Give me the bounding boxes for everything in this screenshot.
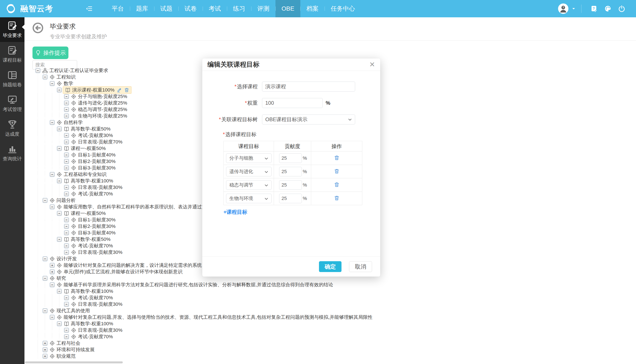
delete-icon[interactable]: [124, 88, 129, 92]
tree-node[interactable]: 考试-贡献度70%: [71, 191, 113, 197]
nav-item-7[interactable]: OBE: [275, 0, 300, 17]
contribution-input-2[interactable]: [279, 180, 302, 190]
collapse-toggle[interactable]: −: [64, 101, 69, 105]
tree-node[interactable]: 生物与环境-贡献度25%: [71, 113, 127, 119]
collapse-toggle[interactable]: −: [64, 185, 69, 190]
collapse-toggle[interactable]: −: [57, 146, 62, 150]
tree-node[interactable]: 稳态与调节-贡献度25%: [71, 106, 127, 113]
tree-node[interactable]: 能够基于科学原理并采用科学方法对复杂工程问题进行研究,包括设计实验、分析与解释数…: [57, 282, 333, 288]
course-input[interactable]: [262, 82, 355, 92]
tree-node[interactable]: 日常表现-贡献度30%: [71, 327, 122, 334]
goal-select-0[interactable]: 分子与细胞: [226, 154, 272, 163]
collapse-toggle[interactable]: −: [64, 166, 69, 170]
tree-node[interactable]: 工程知识: [49, 74, 76, 80]
expand-toggle[interactable]: +: [50, 263, 54, 268]
tree-node[interactable]: 设计/开发: [49, 256, 77, 262]
collapse-toggle[interactable]: −: [43, 257, 47, 261]
tree-node[interactable]: 数学: [57, 80, 73, 87]
tree-node[interactable]: 工程认证-工程认证毕业要求: [42, 67, 108, 74]
tree-node[interactable]: 现代工具的使用: [49, 308, 90, 314]
contribution-input-1[interactable]: [279, 167, 302, 176]
collapse-toggle[interactable]: −: [43, 75, 47, 79]
tree-node[interactable]: 工程基础和专业知识: [57, 171, 107, 178]
collapse-toggle[interactable]: −: [43, 308, 47, 313]
edit-icon[interactable]: [117, 88, 122, 92]
collapse-toggle[interactable]: −: [57, 127, 62, 131]
tree-node[interactable]: 目标2-贡献度30%: [71, 223, 116, 230]
collapse-toggle[interactable]: −: [36, 68, 40, 73]
tree-node[interactable]: 目标2-贡献度30%: [71, 158, 116, 165]
collapse-toggle[interactable]: −: [64, 133, 69, 138]
collapse-toggle[interactable]: −: [57, 289, 62, 294]
collapse-toggle[interactable]: −: [64, 140, 69, 144]
nav-item-5[interactable]: 练习: [227, 0, 251, 17]
tree-node[interactable]: 高等数学-权重50%: [64, 126, 111, 132]
goal-tree-select[interactable]: OBE课程目标演示: [262, 114, 355, 124]
tree-node[interactable]: 研究: [49, 275, 66, 282]
sidebar-item-4[interactable]: 达成度: [0, 116, 25, 141]
tree-node[interactable]: 环境和可持续发展: [49, 346, 95, 353]
power-icon[interactable]: [618, 5, 625, 12]
tree-node[interactable]: 遗传与进化-贡献度25%: [71, 100, 127, 106]
collapse-toggle[interactable]: −: [64, 250, 69, 254]
collapse-toggle[interactable]: −: [57, 322, 62, 326]
contribution-input-0[interactable]: [279, 154, 302, 163]
delete-icon[interactable]: [334, 182, 340, 188]
sidebar-item-5[interactable]: 查询统计: [0, 141, 25, 165]
collapse-toggle[interactable]: −: [64, 334, 69, 339]
collapse-toggle[interactable]: −: [57, 211, 62, 216]
tree-node[interactable]: 能够应用数学、自然科学和工程科学的基本原理识别、表达并通过文献: [57, 204, 211, 210]
sidebar-item-2[interactable]: 抽题组卷: [0, 67, 25, 91]
nav-item-9[interactable]: 任务中心: [325, 0, 361, 17]
collapse-toggle[interactable]: −: [43, 276, 47, 280]
collapse-toggle[interactable]: −: [64, 244, 69, 248]
close-icon[interactable]: ✕: [369, 61, 375, 68]
sidebar-item-1[interactable]: 课程目标: [0, 42, 25, 67]
collapse-toggle[interactable]: −: [57, 179, 62, 183]
tree-node[interactable]: 日常表现-贡献度30%: [71, 184, 122, 191]
collapse-toggle[interactable]: −: [64, 159, 69, 164]
collapse-toggle[interactable]: −: [64, 218, 69, 222]
collapse-toggle[interactable]: −: [64, 231, 69, 235]
theme-palette-icon[interactable]: [604, 5, 611, 12]
tree-node[interactable]: 能够针对复杂工程问题,开发、选择与使用恰当的技术、资源、现代工程工具和信息技术工…: [57, 314, 372, 320]
collapse-toggle[interactable]: −: [64, 107, 69, 112]
nav-item-1[interactable]: 题库: [130, 0, 154, 17]
tree-node[interactable]: 高等数学-权重100%: [64, 178, 113, 184]
tree-node[interactable]: 高等数学-权重100%: [64, 288, 113, 294]
nav-item-0[interactable]: 平台: [106, 0, 130, 17]
help-doc-icon[interactable]: ?: [590, 5, 598, 12]
nav-item-8[interactable]: 档案: [300, 0, 325, 17]
collapse-toggle[interactable]: −: [50, 120, 54, 125]
collapse-toggle[interactable]: −: [64, 192, 69, 196]
nav-item-4[interactable]: 考试: [203, 0, 227, 17]
tree-node[interactable]: 日常表现-贡献度30%: [71, 301, 122, 308]
menu-fold-icon[interactable]: [86, 5, 93, 12]
collapse-toggle[interactable]: −: [64, 114, 69, 118]
tree-node[interactable]: 演示课程-权重100%: [63, 86, 132, 94]
add-course-goal-link[interactable]: +课程目标: [224, 208, 247, 216]
tree-node[interactable]: 目标1-贡献度40%: [71, 152, 116, 158]
expand-toggle[interactable]: +: [43, 341, 47, 346]
expand-toggle[interactable]: +: [43, 354, 47, 358]
expand-toggle[interactable]: +: [50, 270, 54, 274]
collapse-toggle[interactable]: −: [57, 237, 62, 242]
user-menu[interactable]: ?: [558, 3, 576, 14]
collapse-toggle[interactable]: −: [64, 302, 69, 306]
collapse-toggle[interactable]: −: [50, 172, 54, 176]
collapse-toggle[interactable]: −: [57, 88, 62, 92]
tree-node[interactable]: 工程与社会: [49, 340, 80, 346]
tree-node[interactable]: 高等数学-权重50%: [64, 236, 111, 242]
collapse-toggle[interactable]: −: [64, 153, 69, 157]
collapse-toggle[interactable]: −: [64, 224, 69, 228]
tree-node[interactable]: 考试-贡献度30%: [71, 132, 113, 139]
nav-item-2[interactable]: 试题: [154, 0, 178, 17]
expand-toggle[interactable]: +: [43, 348, 47, 352]
tree-node[interactable]: 课程一-权重50%: [64, 210, 106, 217]
tree-node[interactable]: 职业规范: [49, 353, 76, 360]
goal-select-2[interactable]: 稳态与调节: [226, 180, 272, 190]
collapse-toggle[interactable]: −: [64, 94, 69, 99]
operation-tips-button[interactable]: 操作提示: [33, 46, 69, 59]
goal-select-3[interactable]: 生物与环境: [226, 194, 272, 203]
collapse-toggle[interactable]: −: [43, 198, 47, 202]
